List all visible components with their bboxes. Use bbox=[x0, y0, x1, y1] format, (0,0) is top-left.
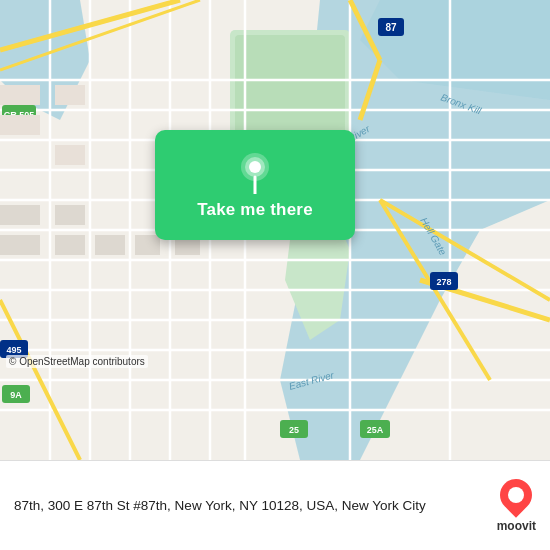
moovit-brand-name: moovit bbox=[497, 519, 536, 533]
svg-text:25: 25 bbox=[289, 425, 299, 435]
svg-rect-56 bbox=[0, 205, 40, 225]
svg-text:25A: 25A bbox=[367, 425, 384, 435]
moovit-icon bbox=[494, 472, 539, 517]
svg-rect-59 bbox=[55, 235, 85, 255]
svg-rect-60 bbox=[95, 235, 125, 255]
svg-text:87: 87 bbox=[385, 22, 397, 33]
svg-rect-61 bbox=[135, 235, 160, 255]
svg-rect-54 bbox=[0, 115, 40, 135]
take-me-there-button[interactable]: Take me there bbox=[155, 130, 355, 240]
svg-rect-58 bbox=[0, 235, 40, 255]
svg-point-66 bbox=[249, 161, 261, 173]
svg-rect-53 bbox=[55, 85, 85, 105]
svg-text:495: 495 bbox=[6, 345, 21, 355]
osm-attribution: © OpenStreetMap contributors bbox=[6, 355, 148, 368]
svg-rect-52 bbox=[0, 85, 40, 105]
svg-text:9A: 9A bbox=[10, 390, 22, 400]
svg-text:278: 278 bbox=[436, 277, 451, 287]
svg-rect-57 bbox=[55, 205, 85, 225]
info-bar: 87th, 300 E 87th St #87th, New York, NY … bbox=[0, 460, 550, 550]
svg-rect-55 bbox=[55, 145, 85, 165]
moovit-logo-wrapper: moovit bbox=[497, 479, 536, 533]
take-me-there-label: Take me there bbox=[197, 200, 313, 220]
map-container: 87 495 278 9A 25 25A CR 505 Harlem River… bbox=[0, 0, 550, 460]
map-pin-icon bbox=[236, 150, 274, 194]
address-text: 87th, 300 E 87th St #87th, New York, NY … bbox=[14, 498, 426, 513]
address-block: 87th, 300 E 87th St #87th, New York, NY … bbox=[14, 496, 487, 516]
